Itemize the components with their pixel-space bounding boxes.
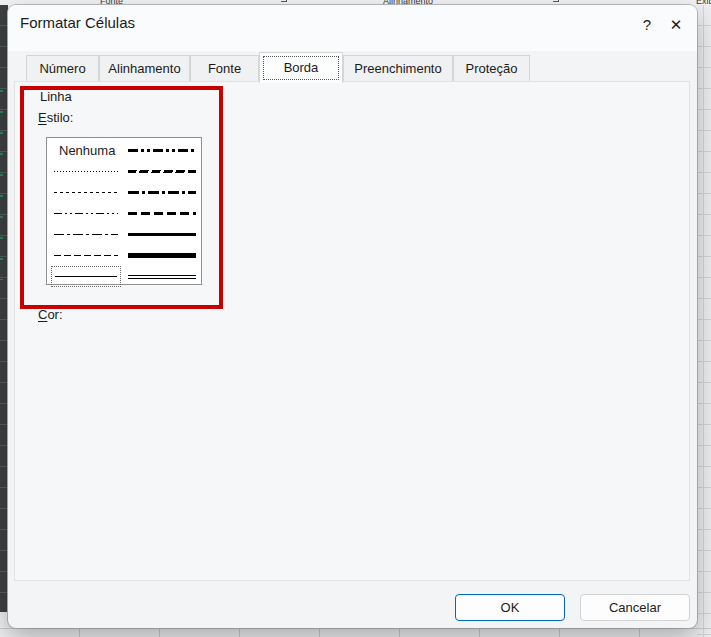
line-style-option-dashed[interactable] <box>51 245 121 266</box>
line-style-option-medium-solid[interactable] <box>125 224 199 245</box>
tab-fonte[interactable]: Fonte <box>190 55 259 82</box>
ok-button[interactable]: OK <box>455 594 565 621</box>
tab-numero[interactable]: Número <box>26 55 99 82</box>
line-style-option-medium-dash-dot-dot[interactable] <box>125 140 199 161</box>
line-style-listbox[interactable]: Nenhuma <box>46 137 202 285</box>
worksheet-grid-bottom <box>0 628 711 637</box>
worksheet-left-ticks <box>0 90 3 280</box>
screen: Fonte Alinhamento Exibi Formatar Células… <box>0 0 711 637</box>
worksheet-left-edge <box>0 5 8 612</box>
line-style-option-hairline-dotted[interactable] <box>51 161 121 182</box>
line-style-option-medium-dashed[interactable] <box>125 203 199 224</box>
line-style-option-medium-dash-dot[interactable] <box>125 182 199 203</box>
dialog-titlebar: Formatar Células ? ✕ <box>8 5 697 51</box>
line-style-option-thick-solid[interactable] <box>125 245 199 266</box>
line-style-option-double[interactable] <box>125 266 199 287</box>
tab-preenchimento[interactable]: Preenchimento <box>343 55 453 82</box>
line-style-option-none[interactable]: Nenhuma <box>51 140 121 161</box>
line-style-option-dash-dot-dot[interactable] <box>51 203 121 224</box>
tab-borda[interactable]: Borda <box>259 52 343 83</box>
color-label: Cor: <box>38 307 63 322</box>
format-cells-dialog: Formatar Células ? ✕ Número Alinhamento … <box>8 5 697 628</box>
close-icon[interactable]: ✕ <box>664 13 688 37</box>
tab-protecao[interactable]: Proteção <box>453 55 530 82</box>
line-group-label: Linha <box>36 89 76 104</box>
style-label: Estilo: <box>38 110 73 125</box>
dialog-launcher-icon <box>553 0 559 2</box>
worksheet-grid-right <box>697 5 711 637</box>
line-style-option-dash-dot[interactable] <box>51 224 121 245</box>
dialog-title: Formatar Células <box>20 14 135 31</box>
tab-alinhamento[interactable]: Alinhamento <box>99 55 190 82</box>
help-icon[interactable]: ? <box>636 14 658 36</box>
line-style-option-thin-solid-selected[interactable] <box>51 266 121 287</box>
dialog-launcher-icon <box>281 0 287 2</box>
cancel-button[interactable]: Cancelar <box>580 594 690 621</box>
line-style-option-dotted[interactable] <box>51 182 121 203</box>
line-style-option-slanted-dash[interactable] <box>125 161 199 182</box>
